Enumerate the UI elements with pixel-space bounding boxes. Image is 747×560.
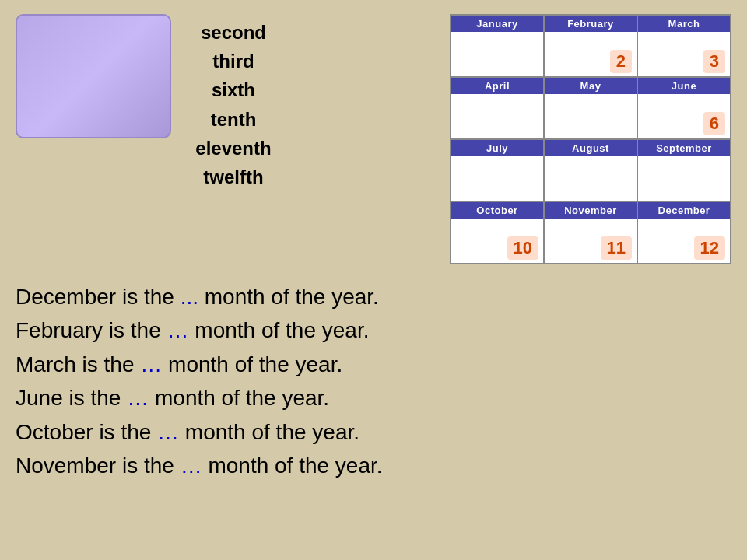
calendar-cell: August bbox=[545, 140, 637, 201]
blank-word: … bbox=[167, 318, 189, 342]
month-header: July bbox=[451, 140, 543, 156]
calendar-cell: May bbox=[545, 78, 637, 138]
sentence: February is the … month of the year. bbox=[16, 313, 724, 347]
month-body bbox=[545, 94, 637, 138]
month-header: March bbox=[638, 16, 730, 32]
sentence: March is the … month of the year. bbox=[16, 348, 724, 381]
month-number: 10 bbox=[507, 236, 538, 260]
month-header: January bbox=[451, 16, 543, 32]
sentence: December is the ... month of the year. bbox=[16, 280, 724, 313]
calendar-cell: January bbox=[451, 16, 543, 76]
month-number: 11 bbox=[601, 236, 632, 260]
month-number: 6 bbox=[703, 112, 725, 135]
month-header: February bbox=[545, 16, 637, 32]
month-body: 11 bbox=[545, 219, 637, 263]
ordinal-item: twelfth bbox=[203, 163, 263, 191]
calendar-cell: April bbox=[451, 78, 543, 138]
month-body bbox=[451, 94, 543, 138]
ordinal-item: tenth bbox=[211, 105, 257, 134]
ordinal-item: sixth bbox=[212, 75, 255, 104]
month-number: 3 bbox=[703, 50, 725, 73]
month-header: December bbox=[638, 202, 730, 219]
month-body bbox=[545, 156, 637, 201]
calendar-cell: December12 bbox=[638, 202, 730, 263]
ordinal-item: second bbox=[201, 18, 266, 47]
month-body bbox=[638, 156, 730, 201]
month-body: 3 bbox=[638, 32, 730, 76]
sentence: October is the … month of the year. bbox=[16, 415, 724, 449]
month-body bbox=[451, 156, 543, 201]
month-header: May bbox=[545, 78, 637, 94]
month-body: 2 bbox=[545, 32, 637, 76]
ordinal-item: eleventh bbox=[195, 134, 271, 163]
ordinals-list: secondthirdsixthtentheleventhtwelfth bbox=[187, 14, 280, 191]
calendar-cell: March3 bbox=[638, 16, 730, 76]
calendar-cell: September bbox=[638, 140, 730, 201]
calendar-cell: June6 bbox=[638, 78, 730, 138]
calendar-cell: July bbox=[451, 140, 543, 201]
top-section: secondthirdsixthtentheleventhtwelfth Jan… bbox=[0, 0, 747, 272]
blank-word: … bbox=[140, 352, 162, 376]
month-header: October bbox=[451, 202, 543, 219]
calendar-cell: February2 bbox=[545, 16, 637, 76]
month-header: April bbox=[451, 78, 543, 94]
blank-word: ... bbox=[181, 285, 198, 309]
blank-word: … bbox=[157, 420, 179, 444]
month-header: September bbox=[638, 140, 730, 156]
blank-word: … bbox=[127, 386, 149, 410]
month-number: 12 bbox=[694, 236, 725, 260]
month-number: 2 bbox=[610, 50, 632, 73]
blank-word: … bbox=[181, 453, 202, 478]
sentences-section: December is the ... month of the year.Fe… bbox=[0, 272, 747, 490]
calendar-grid: JanuaryFebruary2March3AprilMayJune6JulyA… bbox=[450, 14, 731, 264]
calendar-cell: November11 bbox=[545, 202, 637, 263]
sentence: November is the … month of the year. bbox=[16, 449, 724, 482]
calendar-cell: October10 bbox=[451, 202, 543, 263]
month-body: 12 bbox=[638, 219, 730, 263]
month-body bbox=[451, 32, 543, 76]
sentence: June is the … month of the year. bbox=[16, 381, 724, 415]
ordinal-item: third bbox=[212, 47, 254, 75]
month-header: June bbox=[638, 78, 730, 94]
month-header: November bbox=[545, 202, 637, 219]
month-body: 10 bbox=[451, 219, 543, 263]
title-box bbox=[16, 14, 171, 138]
month-header: August bbox=[545, 140, 637, 156]
month-body: 6 bbox=[638, 94, 730, 138]
